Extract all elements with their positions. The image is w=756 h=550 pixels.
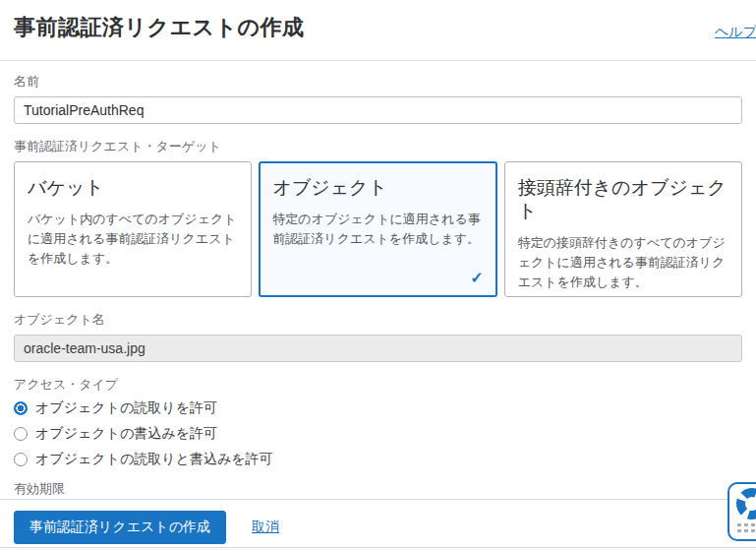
object-name-input [14, 335, 742, 362]
radio-option-read-write[interactable]: オブジェクトの読取りと書込みを許可 [14, 451, 742, 468]
radio-unselected-icon [14, 427, 28, 441]
dialog-body: 名前 事前認証済リクエスト・ターゲット バケット バケット内のすべてのオブジェク… [14, 61, 742, 531]
page-title: 事前認証済リクエストの作成 [0, 0, 756, 42]
target-card-prefix-object[interactable]: 接頭辞付きのオブジェクト 特定の接頭辞付きのすべてのオブジェクトに適用される事前… [504, 161, 742, 297]
card-title: オブジェクト [272, 176, 483, 200]
dialog-footer: 事前認証済リクエストの作成 取消 [0, 499, 756, 550]
card-description: 特定のオブジェクトに適用される事前認証済リクエストを作成します。 [272, 210, 483, 249]
radio-unselected-icon [14, 453, 28, 466]
create-par-button[interactable]: 事前認証済リクエストの作成 [14, 511, 226, 544]
object-name-label: オブジェクト名 [14, 311, 742, 329]
life-ring-icon [729, 486, 756, 521]
expiration-label: 有効期限 [14, 480, 742, 498]
name-input[interactable] [14, 96, 742, 124]
radio-label: オブジェクトの読取りを許可 [35, 399, 217, 417]
card-description: バケット内のすべてのオブジェクトに適用される事前認証済リクエストを作成します。 [28, 210, 238, 269]
target-card-object[interactable]: オブジェクト 特定のオブジェクトに適用される事前認証済リクエストを作成します。 … [259, 161, 496, 297]
dialog-header: 事前認証済リクエストの作成 ヘルプ [0, 0, 756, 61]
create-par-dialog: 事前認証済リクエストの作成 ヘルプ 名前 事前認証済リクエスト・ターゲット バケ… [0, 0, 756, 550]
drag-handle-dots-icon [737, 523, 756, 532]
card-title: 接頭辞付きのオブジェクト [518, 176, 728, 223]
radio-option-write[interactable]: オブジェクトの書込みを許可 [14, 425, 742, 443]
target-card-group: バケット バケット内のすべてのオブジェクトに適用される事前認証済リクエストを作成… [14, 161, 742, 297]
radio-selected-icon [14, 401, 28, 415]
radio-label: オブジェクトの書込みを許可 [35, 425, 217, 443]
name-label: 名前 [14, 73, 742, 91]
card-title: バケット [28, 176, 238, 200]
card-description: 特定の接頭辞付きのすべてのオブジェクトに適用される事前認証済リクエストを作成しま… [518, 233, 728, 292]
assistant-launcher[interactable] [727, 482, 756, 541]
cancel-link[interactable]: 取消 [252, 519, 279, 536]
radio-label: オブジェクトの読取りと書込みを許可 [35, 451, 273, 468]
target-label: 事前認証済リクエスト・ターゲット [14, 138, 742, 155]
help-link[interactable]: ヘルプ [715, 24, 756, 41]
access-type-group: オブジェクトの読取りを許可 オブジェクトの書込みを許可 オブジェクトの読取りと書… [14, 399, 742, 468]
access-type-label: アクセス・タイプ [14, 376, 742, 394]
radio-option-read[interactable]: オブジェクトの読取りを許可 [14, 399, 742, 417]
target-card-bucket[interactable]: バケット バケット内のすべてのオブジェクトに適用される事前認証済リクエストを作成… [14, 161, 252, 297]
selected-check-icon: ✓ [470, 269, 483, 287]
